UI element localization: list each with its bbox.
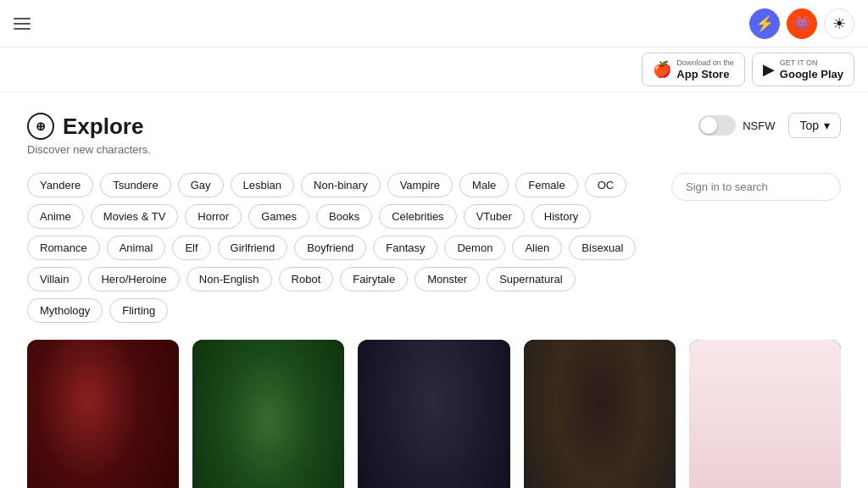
explore-title-section: ⊕ Explore Discover new characters. [27, 113, 151, 156]
tag-alien[interactable]: Alien [512, 236, 562, 260]
explore-subtitle: Discover new characters. [27, 143, 151, 156]
tag-horror[interactable]: Horror [185, 204, 242, 229]
tag-history[interactable]: History [531, 204, 591, 229]
tags-section: YandereTsundereGayLesbianNon-binaryVampi… [27, 173, 658, 323]
character-card-1[interactable] [27, 340, 179, 488]
tags-row-4: VillainHero/HeroineNon-EnglishRobotFairy… [27, 267, 658, 291]
tag-vtuber[interactable]: VTuber [464, 204, 525, 229]
tags-row-1: YandereTsundereGayLesbianNon-binaryVampi… [27, 173, 658, 197]
tag-supernatural[interactable]: Supernatural [487, 267, 575, 291]
tag-robot[interactable]: Robot [279, 267, 334, 291]
google-play-name: Google Play [780, 68, 843, 81]
search-input[interactable] [671, 173, 841, 201]
top-nav-bar: ⚡ 👾 ☀ [0, 0, 868, 47]
tag-hero-heroine[interactable]: Hero/Heroine [88, 267, 179, 291]
tag-lesbian[interactable]: Lesbian [231, 173, 295, 197]
app-store-label: Download on the [676, 58, 734, 68]
nav-right: ⚡ 👾 ☀ [749, 8, 854, 39]
tag-non-english[interactable]: Non-English [186, 267, 272, 291]
tag-girlfriend[interactable]: Girlfriend [218, 236, 288, 260]
tag-elf[interactable]: Elf [172, 236, 210, 260]
tag-fantasy[interactable]: Fantasy [373, 236, 437, 260]
tag-mythology[interactable]: Mythology [27, 298, 103, 323]
card-image-5 [689, 340, 841, 488]
explore-title-text: Explore [63, 114, 143, 140]
card-image-3 [358, 340, 509, 488]
tag-fairytale[interactable]: Fairytale [340, 267, 408, 291]
character-card-5[interactable] [689, 340, 841, 488]
store-bar: 🍎 Download on the App Store ▶ GET IT ON … [0, 47, 868, 92]
tags-wrapper: YandereTsundereGayLesbianNon-binaryVampi… [27, 173, 658, 340]
google-play-icon: ▶ [763, 60, 775, 79]
tag-games[interactable]: Games [248, 204, 309, 229]
reddit-icon: 👾 [793, 14, 811, 33]
tags-and-search-section: YandereTsundereGayLesbianNon-binaryVampi… [27, 173, 841, 340]
tag-villain[interactable]: Villain [27, 267, 81, 291]
tag-gay[interactable]: Gay [178, 173, 224, 197]
search-box [671, 173, 841, 201]
apple-icon: 🍎 [653, 60, 671, 79]
tag-tsundere[interactable]: Tsundere [100, 173, 170, 197]
explore-header: ⊕ Explore Discover new characters. NSFW … [27, 113, 841, 156]
theme-toggle-button[interactable]: ☀ [824, 8, 854, 39]
tags-row-3: RomanceAnimalElfGirlfriendBoyfriendFanta… [27, 236, 658, 260]
hamburger-menu-button[interactable] [14, 14, 34, 34]
sun-icon: ☀ [832, 14, 846, 33]
tags-row-5: MythologyFlirting [27, 298, 658, 323]
nav-left [14, 14, 34, 34]
character-card-4[interactable] [524, 340, 676, 488]
main-content: ⊕ Explore Discover new characters. NSFW … [0, 92, 868, 488]
tag-boyfriend[interactable]: Boyfriend [294, 236, 366, 260]
app-store-name: App Store [676, 68, 734, 81]
tag-demon[interactable]: Demon [444, 236, 505, 260]
tag-anime[interactable]: Anime [27, 204, 84, 229]
explore-controls: NSFW Top ▾ [698, 113, 841, 138]
tag-books[interactable]: Books [316, 204, 372, 229]
tag-oc[interactable]: OC [585, 173, 627, 197]
tag-monster[interactable]: Monster [415, 267, 480, 291]
discord-button[interactable]: ⚡ [749, 8, 780, 39]
tag-yandere[interactable]: Yandere [27, 173, 93, 197]
google-play-button[interactable]: ▶ GET IT ON Google Play [752, 53, 854, 86]
card-image-4 [524, 340, 676, 488]
tag-female[interactable]: Female [515, 173, 577, 197]
card-image-1 [27, 340, 179, 488]
chevron-down-icon: ▾ [824, 119, 830, 132]
nsfw-label: NSFW [743, 119, 775, 132]
nsfw-toggle[interactable]: NSFW [698, 115, 775, 136]
tag-animal[interactable]: Animal [107, 236, 166, 260]
google-play-label: GET IT ON [780, 58, 843, 68]
sort-dropdown[interactable]: Top ▾ [788, 113, 841, 138]
discord-icon: ⚡ [755, 14, 774, 33]
reddit-button[interactable]: 👾 [787, 8, 817, 39]
tag-male[interactable]: Male [459, 173, 509, 197]
tag-bisexual[interactable]: Bisexual [569, 236, 636, 260]
app-store-button[interactable]: 🍎 Download on the App Store [642, 53, 745, 86]
card-image-2 [192, 340, 344, 488]
character-card-2[interactable] [192, 340, 344, 488]
tag-flirting[interactable]: Flirting [109, 298, 168, 323]
tags-row-2: AnimeMovies & TVHorrorGamesBooksCelebrit… [27, 204, 658, 229]
tag-non-binary[interactable]: Non-binary [301, 173, 381, 197]
tag-movies---tv[interactable]: Movies & TV [91, 204, 178, 229]
nsfw-toggle-track[interactable] [698, 115, 736, 136]
nsfw-toggle-knob [700, 117, 717, 134]
tag-celebrities[interactable]: Celebrities [379, 204, 456, 229]
character-card-3[interactable] [358, 340, 509, 488]
explore-icon: ⊕ [27, 113, 54, 140]
explore-title: ⊕ Explore [27, 113, 151, 140]
sort-label: Top [799, 119, 819, 132]
tag-vampire[interactable]: Vampire [387, 173, 453, 197]
cards-grid [27, 340, 841, 488]
tag-romance[interactable]: Romance [27, 236, 100, 260]
